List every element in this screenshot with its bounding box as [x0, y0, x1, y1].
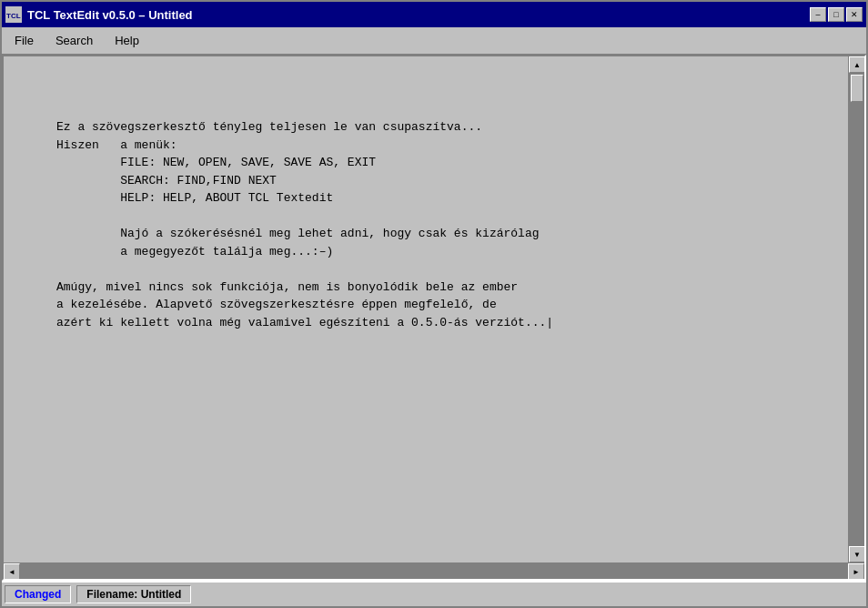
- scroll-up-button[interactable]: ▲: [849, 56, 864, 73]
- editor-container[interactable]: Ez a szövegszerkesztő tényleg teljesen l…: [4, 56, 848, 562]
- title-bar-buttons: – □ ✕: [810, 7, 863, 22]
- menu-help[interactable]: Help: [106, 30, 148, 51]
- menu-bar: File Search Help: [2, 27, 866, 55]
- content-area: Ez a szövegszerkesztő tényleg teljesen l…: [2, 55, 866, 581]
- minimize-button[interactable]: –: [810, 7, 826, 22]
- scrollbar-right: ▲ ▼: [848, 56, 864, 562]
- status-changed: Changed: [5, 585, 71, 603]
- status-filename: Filename: Untitled: [76, 585, 191, 603]
- close-button[interactable]: ✕: [846, 7, 863, 22]
- scroll-down-button[interactable]: ▼: [849, 546, 864, 562]
- editor-content[interactable]: Ez a szövegszerkesztő tényleg teljesen l…: [11, 64, 841, 350]
- editor-3d-border: Ez a szövegszerkesztő tényleg teljesen l…: [2, 55, 866, 581]
- scrollbar-bottom: ◄ ►: [4, 562, 864, 579]
- scroll-thumb-vertical[interactable]: [851, 75, 863, 102]
- editor-inner: Ez a szövegszerkesztő tényleg teljesen l…: [11, 64, 841, 555]
- scroll-track-vertical[interactable]: [849, 73, 864, 546]
- window-title: TCL TextEdit v0.5.0 – Untitled: [27, 8, 193, 22]
- scroll-left-button[interactable]: ◄: [4, 563, 20, 580]
- maximize-button[interactable]: □: [828, 7, 844, 22]
- title-bar-left: TCL TCL TextEdit v0.5.0 – Untitled: [5, 6, 193, 23]
- menu-search[interactable]: Search: [46, 30, 102, 51]
- status-bar: Changed Filename: Untitled: [2, 581, 866, 606]
- scroll-right-button[interactable]: ►: [848, 563, 864, 580]
- title-bar: TCL TCL TextEdit v0.5.0 – Untitled – □ ✕: [2, 2, 866, 27]
- app-icon: TCL: [5, 6, 22, 23]
- main-window: TCL TCL TextEdit v0.5.0 – Untitled – □ ✕…: [0, 0, 868, 608]
- svg-text:TCL: TCL: [6, 12, 21, 20]
- scroll-track-horizontal[interactable]: [20, 563, 848, 579]
- menu-file[interactable]: File: [5, 30, 43, 51]
